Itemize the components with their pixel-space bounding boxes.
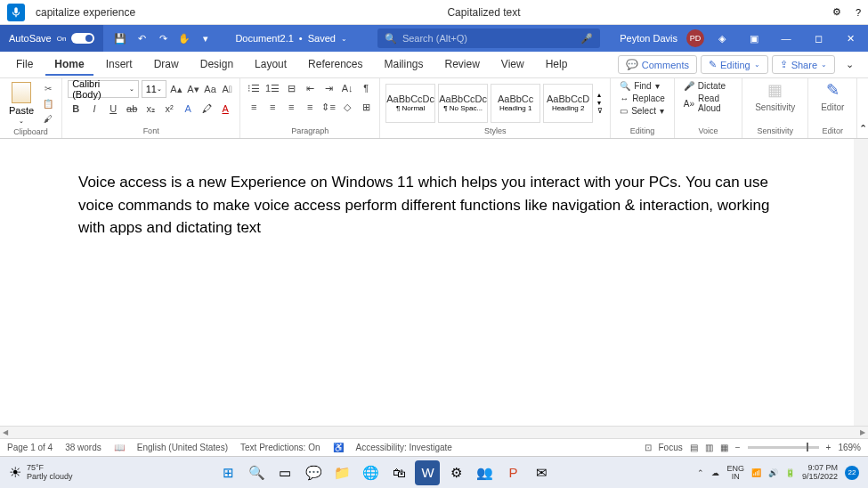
align-left-icon[interactable]: ≡ xyxy=(246,99,262,115)
focus-icon[interactable]: ⊡ xyxy=(645,443,652,452)
format-painter-icon[interactable]: 🖌 xyxy=(40,111,56,126)
horizontal-scrollbar[interactable]: ◀ ▶ xyxy=(0,426,868,438)
document-name[interactable]: Document2.1 • Saved ⌄ xyxy=(223,33,360,44)
diamond-icon[interactable]: ◈ xyxy=(708,28,736,48)
tab-mailings[interactable]: Mailings xyxy=(375,54,432,76)
language-status[interactable]: English (United States) xyxy=(137,443,228,452)
numbering-icon[interactable]: 1☰ xyxy=(264,80,280,96)
microphone-icon[interactable] xyxy=(7,4,25,21)
superscript-button[interactable]: x² xyxy=(161,101,177,117)
bullets-icon[interactable]: ⁝☰ xyxy=(246,80,262,96)
read-aloud-button[interactable]: A»Read Aloud xyxy=(680,93,736,114)
spellcheck-icon[interactable]: 📖 xyxy=(114,443,125,452)
avatar[interactable]: PD xyxy=(686,29,704,47)
store-icon[interactable]: 🛍 xyxy=(386,460,411,485)
font-name-select[interactable]: Calibri (Body)⌄ xyxy=(68,80,139,98)
text-effects-icon[interactable]: A xyxy=(180,101,196,117)
battery-icon[interactable]: 🔋 xyxy=(785,468,795,477)
shrink-font-icon[interactable]: A▾ xyxy=(186,81,200,97)
collapse-ribbon-icon[interactable]: ⌄ xyxy=(839,56,861,73)
word-count[interactable]: 38 words xyxy=(65,443,101,452)
bold-button[interactable]: B xyxy=(68,101,84,117)
maximize-button[interactable]: ◻ xyxy=(804,28,832,48)
style-heading-1[interactable]: AaBbCcHeading 1 xyxy=(491,84,540,123)
help-icon[interactable]: ? xyxy=(856,7,861,18)
find-button[interactable]: 🔍Find▾ xyxy=(616,80,669,92)
tab-review[interactable]: Review xyxy=(436,54,489,76)
search-taskbar-icon[interactable]: 🔍 xyxy=(244,460,269,485)
select-button[interactable]: ▭Select▾ xyxy=(616,105,669,117)
tab-design[interactable]: Design xyxy=(191,54,242,76)
focus-button[interactable]: Focus xyxy=(659,443,683,452)
dictate-button[interactable]: 🎤Dictate xyxy=(680,80,736,92)
print-layout-icon[interactable]: ▥ xyxy=(705,443,713,452)
undo-icon[interactable]: ↶ xyxy=(132,28,151,48)
onedrive-icon[interactable]: ☁ xyxy=(711,468,719,477)
chevron-up-icon[interactable]: ⌃ xyxy=(697,468,704,477)
widgets-icon[interactable]: 💬 xyxy=(301,460,326,485)
weather-widget[interactable]: 75°F Partly cloudy xyxy=(27,464,73,482)
read-mode-icon[interactable]: ▤ xyxy=(690,443,698,452)
ribbon-collapse-icon[interactable]: ⌃ xyxy=(857,78,868,138)
word-icon[interactable]: W xyxy=(415,460,440,485)
redo-icon[interactable]: ↷ xyxy=(153,28,173,48)
strikethrough-button[interactable]: ab xyxy=(124,101,140,117)
align-right-icon[interactable]: ≡ xyxy=(283,99,299,115)
underline-button[interactable]: U xyxy=(105,101,121,117)
save-icon[interactable]: 💾 xyxy=(110,28,130,48)
copy-icon[interactable]: 📋 xyxy=(40,96,56,110)
clock[interactable]: 9:07 PM 9/15/2022 xyxy=(802,464,838,482)
predictions-status[interactable]: Text Predictions: On xyxy=(240,443,320,452)
tab-help[interactable]: Help xyxy=(537,54,577,76)
zoom-level[interactable]: 169% xyxy=(838,443,861,452)
page-count[interactable]: Page 1 of 4 xyxy=(7,443,53,452)
wifi-icon[interactable]: 📶 xyxy=(751,468,761,477)
settings-taskbar-icon[interactable]: ⚙ xyxy=(443,460,468,485)
justify-icon[interactable]: ≡ xyxy=(302,99,318,115)
user-name[interactable]: Peyton Davis xyxy=(620,33,677,44)
zoom-out-button[interactable]: − xyxy=(735,443,741,452)
volume-icon[interactable]: 🔊 xyxy=(768,468,778,477)
font-size-select[interactable]: 11⌄ xyxy=(142,80,166,98)
styles-up-icon[interactable]: ▴ xyxy=(597,91,603,99)
highlight-icon[interactable]: 🖍 xyxy=(199,101,215,117)
replace-button[interactable]: ↔Replace xyxy=(616,93,669,104)
explorer-icon[interactable]: 📁 xyxy=(329,460,354,485)
comments-button[interactable]: 💬Comments xyxy=(618,55,697,74)
tab-home[interactable]: Home xyxy=(45,54,93,76)
style--no-spac-[interactable]: AaBbCcDc¶ No Spac... xyxy=(438,84,488,123)
close-button[interactable]: ✕ xyxy=(836,28,864,48)
tab-insert[interactable]: Insert xyxy=(97,54,142,76)
clear-format-icon[interactable]: A⃠ xyxy=(220,81,234,97)
edge-icon[interactable]: 🌐 xyxy=(358,460,383,485)
scroll-right-icon[interactable]: ▶ xyxy=(857,427,868,438)
cut-icon[interactable]: ✂ xyxy=(40,81,56,95)
line-spacing-icon[interactable]: ⇕≡ xyxy=(320,99,337,115)
tab-layout[interactable]: Layout xyxy=(246,54,296,76)
tab-file[interactable]: File xyxy=(7,54,42,76)
notification-badge[interactable]: 22 xyxy=(845,466,859,480)
multilevel-icon[interactable]: ⊟ xyxy=(283,80,299,96)
mic-search-icon[interactable]: 🎤 xyxy=(580,33,593,45)
scroll-left-icon[interactable]: ◀ xyxy=(0,427,11,438)
shading-icon[interactable]: ◇ xyxy=(339,99,355,115)
subscript-button[interactable]: x₂ xyxy=(142,101,158,117)
style--normal[interactable]: AaBbCcDc¶ Normal xyxy=(385,84,435,123)
sort-icon[interactable]: A↓ xyxy=(339,80,355,96)
document-area[interactable]: Voice access is a new Experience on Wind… xyxy=(0,139,868,426)
tab-view[interactable]: View xyxy=(492,54,533,76)
autosave-toggle[interactable]: AutoSave On xyxy=(0,25,103,52)
task-view-icon[interactable]: ▭ xyxy=(272,460,297,485)
paste-button[interactable]: Paste ⌄ xyxy=(5,80,37,126)
touch-mode-icon[interactable]: ✋ xyxy=(174,28,194,48)
present-icon[interactable]: ▣ xyxy=(740,28,768,48)
align-center-icon[interactable]: ≡ xyxy=(264,99,280,115)
styles-down-icon[interactable]: ▾ xyxy=(597,99,603,107)
editor-button[interactable]: ✎Editor xyxy=(814,80,851,112)
document-text[interactable]: Voice access is a new Experience on Wind… xyxy=(78,171,775,240)
tab-draw[interactable]: Draw xyxy=(145,54,188,76)
teams-icon[interactable]: 👥 xyxy=(472,460,497,485)
customize-qat-icon[interactable]: ▾ xyxy=(196,28,215,48)
change-case-icon[interactable]: Aa xyxy=(203,81,217,97)
show-marks-icon[interactable]: ¶ xyxy=(358,80,374,96)
